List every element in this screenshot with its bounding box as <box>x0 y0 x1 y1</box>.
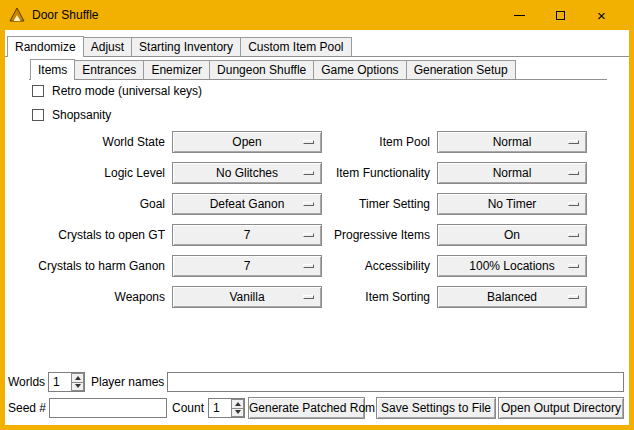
item-sorting-value: Balanced <box>438 287 586 307</box>
tab-randomize[interactable]: Randomize <box>7 36 84 57</box>
save-settings-button[interactable]: Save Settings to File <box>376 397 496 419</box>
minimize-icon <box>514 15 525 16</box>
tab-items[interactable]: Items <box>30 59 75 80</box>
dropdown-indicator-icon <box>568 295 579 299</box>
tab-entrances[interactable]: Entrances <box>74 60 144 79</box>
item-sorting-dropdown[interactable]: Balanced <box>437 286 587 308</box>
item-sorting-label: Item Sorting <box>270 286 430 308</box>
tab-enemizer[interactable]: Enemizer <box>143 60 210 79</box>
retro-mode-checkbutton[interactable]: Retro mode (universal keys) <box>32 83 202 99</box>
count-spinner[interactable]: 1 <box>208 398 245 418</box>
count-spinner-up-button[interactable] <box>231 399 244 409</box>
progressive-items-value: On <box>438 225 586 245</box>
settings-row: World State Open Item Pool Normal <box>5 131 629 153</box>
tab-custom-item-pool[interactable]: Custom Item Pool <box>240 37 351 56</box>
close-button[interactable]: × <box>581 0 622 30</box>
tab-dungeon-shuffle[interactable]: Dungeon Shuffle <box>209 60 314 79</box>
dropdown-indicator-icon <box>568 233 579 237</box>
open-output-directory-button[interactable]: Open Output Directory <box>498 397 624 419</box>
window-controls: × <box>499 0 622 30</box>
worlds-value: 1 <box>49 373 71 391</box>
crystals-harm-ganon-label: Crystals to harm Ganon <box>5 255 165 277</box>
retro-mode-checkbox <box>32 85 44 97</box>
progressive-items-label: Progressive Items <box>270 224 430 246</box>
count-label: Count <box>172 398 204 418</box>
titlebar[interactable]: Door Shuffle × <box>0 0 634 30</box>
dropdown-indicator-icon <box>568 140 579 144</box>
worlds-label: Worlds <box>8 372 45 392</box>
arrow-up-icon <box>235 402 241 406</box>
window: Door Shuffle × Randomize Adjust Starting… <box>0 0 634 430</box>
primary-tab-bar: Randomize Adjust Starting Inventory Cust… <box>5 36 629 57</box>
generate-patched-rom-button[interactable]: Generate Patched Rom <box>248 397 365 419</box>
dropdown-indicator-icon <box>568 202 579 206</box>
tab-starting-inventory[interactable]: Starting Inventory <box>131 37 241 56</box>
minimize-button[interactable] <box>499 0 540 30</box>
timer-setting-dropdown[interactable]: No Timer <box>437 193 587 215</box>
arrow-down-icon <box>235 410 241 414</box>
tab-game-options[interactable]: Game Options <box>313 60 406 79</box>
accessibility-dropdown[interactable]: 100% Locations <box>437 255 587 277</box>
player-names-input[interactable] <box>167 372 624 392</box>
maximize-button[interactable] <box>540 0 581 30</box>
arrow-down-icon <box>75 384 81 388</box>
tab-adjust[interactable]: Adjust <box>83 37 132 56</box>
app-icon <box>9 7 25 23</box>
settings-row: Crystals to open GT 7 Progressive Items … <box>5 224 629 246</box>
item-functionality-label: Item Functionality <box>270 162 430 184</box>
retro-mode-label: Retro mode (universal keys) <box>52 84 202 98</box>
item-functionality-value: Normal <box>438 163 586 183</box>
player-names-label: Player names <box>91 372 164 392</box>
settings-row: Goal Defeat Ganon Timer Setting No Timer <box>5 193 629 215</box>
worlds-spinner[interactable]: 1 <box>48 372 85 392</box>
timer-setting-label: Timer Setting <box>270 193 430 215</box>
seed-input[interactable] <box>49 398 167 418</box>
accessibility-value: 100% Locations <box>438 256 586 276</box>
secondary-tab-bar: Items Entrances Enemizer Dungeon Shuffle… <box>29 59 607 80</box>
count-spinner-buttons <box>231 399 244 417</box>
arrow-up-icon <box>75 376 81 380</box>
accessibility-label: Accessibility <box>270 255 430 277</box>
shopsanity-checkbutton[interactable]: Shopsanity <box>32 107 111 123</box>
goal-label: Goal <box>5 193 165 215</box>
content-area: Randomize Adjust Starting Inventory Cust… <box>5 30 629 425</box>
tab-generation-setup[interactable]: Generation Setup <box>406 60 516 79</box>
progressive-items-dropdown[interactable]: On <box>437 224 587 246</box>
worlds-spinner-down-button[interactable] <box>71 383 84 392</box>
count-spinner-down-button[interactable] <box>231 409 244 418</box>
item-functionality-dropdown[interactable]: Normal <box>437 162 587 184</box>
seed-label: Seed # <box>8 398 46 418</box>
maximize-icon <box>556 11 565 20</box>
world-state-label: World State <box>5 131 165 153</box>
timer-setting-value: No Timer <box>438 194 586 214</box>
crystals-open-gt-label: Crystals to open GT <box>5 224 165 246</box>
dropdown-indicator-icon <box>568 264 579 268</box>
worlds-spinner-buttons <box>71 373 84 391</box>
settings-row: Logic Level No Glitches Item Functionali… <box>5 162 629 184</box>
shopsanity-label: Shopsanity <box>52 108 111 122</box>
dropdown-indicator-icon <box>568 171 579 175</box>
item-pool-value: Normal <box>438 132 586 152</box>
worlds-spinner-up-button[interactable] <box>71 373 84 383</box>
window-title: Door Shuffle <box>32 8 99 22</box>
item-pool-label: Item Pool <box>270 131 430 153</box>
weapons-label: Weapons <box>5 286 165 308</box>
close-icon: × <box>597 8 606 23</box>
settings-row: Weapons Vanilla Item Sorting Balanced <box>5 286 629 308</box>
item-pool-dropdown[interactable]: Normal <box>437 131 587 153</box>
count-value: 1 <box>209 399 231 417</box>
settings-row: Crystals to harm Ganon 7 Accessibility 1… <box>5 255 629 277</box>
logic-level-label: Logic Level <box>5 162 165 184</box>
shopsanity-checkbox <box>32 109 44 121</box>
